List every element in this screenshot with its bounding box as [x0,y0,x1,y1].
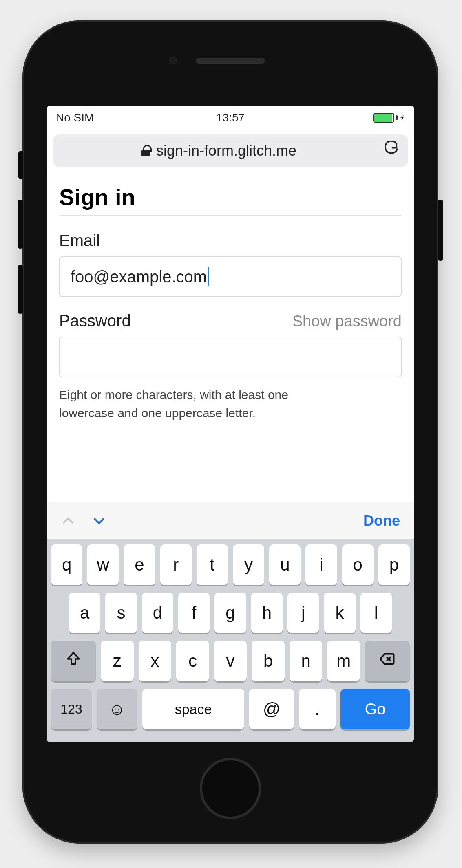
password-label: Password [59,312,131,330]
numbers-key[interactable]: 123 [51,689,92,729]
key-w[interactable]: w [87,544,119,585]
prev-field-button [61,513,75,528]
key-m[interactable]: m [327,641,360,681]
key-x[interactable]: x [139,641,172,681]
key-b[interactable]: b [252,641,285,681]
keyboard-row-1: q w e r t y u i o p [51,544,410,585]
emoji-icon: ☺ [109,700,126,718]
battery-icon [373,113,394,123]
speaker-grille [196,58,265,64]
key-r[interactable]: r [160,544,192,585]
password-field-group: Password Show password Eight or more cha… [59,312,402,422]
email-value: foo@example.com [71,268,207,286]
backspace-key[interactable] [365,641,410,681]
key-g[interactable]: g [214,593,246,633]
clock: 13:57 [47,111,414,124]
charging-icon: ⚡︎ [399,113,405,123]
front-camera [169,57,177,64]
page-title: Sign in [59,184,402,216]
email-input[interactable]: foo@example.com [59,256,402,297]
screen: No SIM 13:57 ⚡︎ sign-in-form.glitch.me [47,106,414,742]
key-j[interactable]: j [287,593,319,633]
keyboard-done-button[interactable]: Done [363,512,400,529]
key-u[interactable]: u [269,544,301,585]
lock-icon [141,145,150,156]
address-bar[interactable]: sign-in-form.glitch.me [53,134,408,167]
email-label: Email [59,231,100,250]
shift-key[interactable] [51,641,96,681]
dot-key[interactable]: . [299,689,336,729]
key-o[interactable]: o [342,544,374,585]
key-p[interactable]: p [378,544,410,585]
key-k[interactable]: k [324,593,355,633]
page-content: Sign in Email foo@example.com Password S… [47,173,414,422]
email-field-group: Email foo@example.com [59,231,402,297]
volume-up-button [18,200,23,249]
key-t[interactable]: t [197,544,228,585]
battery-indicator: ⚡︎ [373,113,405,123]
key-v[interactable]: v [214,641,247,681]
next-field-button[interactable] [92,513,106,528]
key-q[interactable]: q [51,544,82,585]
backspace-icon [379,650,396,672]
keyboard-row-3: z x c v b n m [51,641,410,681]
key-f[interactable]: f [178,593,210,633]
go-key[interactable]: Go [340,689,410,729]
password-hint: Eight or more characters, with at least … [59,386,320,422]
onscreen-keyboard: q w e r t y u i o p a s d f g h j k l [47,539,414,742]
volume-down-button [18,265,23,314]
emoji-key[interactable]: ☺ [97,689,137,729]
key-y[interactable]: y [233,544,264,585]
key-c[interactable]: c [176,641,209,681]
power-button [438,200,443,261]
keyboard-accessory-bar: Done [47,502,414,539]
key-l[interactable]: l [360,593,392,633]
space-key[interactable]: space [142,689,244,729]
key-h[interactable]: h [251,593,283,633]
reload-icon[interactable] [383,141,399,161]
url-text: sign-in-form.glitch.me [156,142,296,159]
key-d[interactable]: d [142,593,173,633]
key-i[interactable]: i [305,544,337,585]
status-bar: No SIM 13:57 ⚡︎ [47,106,414,130]
home-button[interactable] [200,758,261,819]
key-z[interactable]: z [101,641,134,681]
key-e[interactable]: e [124,544,155,585]
key-a[interactable]: a [69,593,100,633]
keyboard-row-4: 123 ☺ space @ . Go [51,689,410,729]
at-key[interactable]: @ [249,689,294,729]
key-n[interactable]: n [290,641,323,681]
password-input[interactable] [59,337,402,377]
show-password-toggle[interactable]: Show password [292,313,402,330]
browser-chrome: sign-in-form.glitch.me [47,130,414,173]
mute-switch [18,151,23,179]
phone-frame: No SIM 13:57 ⚡︎ sign-in-form.glitch.me [22,20,438,844]
text-cursor [208,267,209,286]
keyboard-row-2: a s d f g h j k l [51,593,410,633]
key-s[interactable]: s [105,593,137,633]
shift-icon [65,650,82,672]
